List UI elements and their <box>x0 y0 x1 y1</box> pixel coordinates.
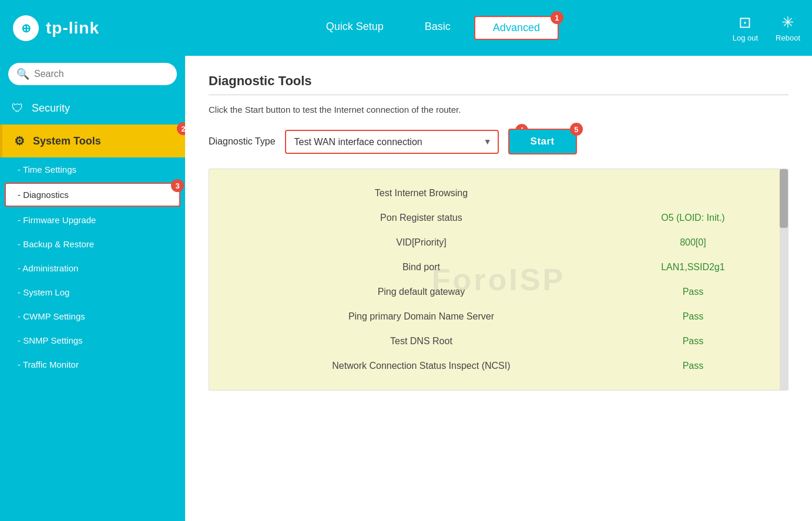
sidebar-subitem-trafficmonitor[interactable]: - Traffic Monitor <box>0 352 185 377</box>
systemtools-badge: 2 <box>177 122 185 135</box>
result-value <box>616 181 770 206</box>
page-desc: Click the Start button to test the Inter… <box>209 105 788 115</box>
result-label: Pon Register status <box>227 206 616 230</box>
logo-area: ⊕ tp-link <box>12 14 99 42</box>
result-value: Pass <box>616 280 770 304</box>
page-title: Diagnostic Tools <box>209 73 788 89</box>
result-label: Ping default gateway <box>227 280 616 304</box>
sidebar-item-security[interactable]: 🛡 Security <box>0 92 185 125</box>
result-label: Network Connection Status Inspect (NCSI) <box>227 354 616 378</box>
table-row: Test Internet Browsing <box>227 181 770 206</box>
table-row: Bind portLAN1,SSID2g1 <box>227 255 770 280</box>
sidebar-subitem-cwmpsettings[interactable]: - CWMP Settings <box>0 304 185 328</box>
result-value: Pass <box>616 329 770 354</box>
table-row: Test DNS RootPass <box>227 329 770 354</box>
table-row: Ping default gatewayPass <box>227 280 770 304</box>
search-input[interactable] <box>34 69 169 79</box>
results-area: ForoISP Test Internet BrowsingPon Regist… <box>209 169 788 391</box>
svg-text:⊕: ⊕ <box>21 22 31 35</box>
sidebar-subitem-timesettings[interactable]: - Time Settings <box>0 157 185 181</box>
nav-tab-quicksetup[interactable]: Quick Setup <box>308 16 401 40</box>
logo-text: tp-link <box>46 19 99 38</box>
nav-tab-advanced[interactable]: Advanced 1 <box>474 16 559 40</box>
result-label: Ping primary Domain Name Server <box>227 304 616 329</box>
nav-tabs: Quick Setup Basic Advanced 1 <box>135 16 733 40</box>
diagnostic-type-select[interactable]: Test WAN interface connection Test Inter… <box>286 131 498 153</box>
diagnostics-badge: 3 <box>171 179 184 192</box>
title-divider <box>209 95 788 95</box>
sidebar-item-systemtools[interactable]: ⚙ System Tools 2 <box>0 125 185 157</box>
logout-icon: ⊡ <box>739 14 751 32</box>
gear-icon: ⚙ <box>14 134 25 148</box>
start-button[interactable]: Start <box>508 129 577 154</box>
content-area: Diagnostic Tools Click the Start button … <box>185 56 812 521</box>
diagnostic-type-label: Diagnostic Type <box>209 136 276 147</box>
tplink-logo-icon: ⊕ <box>12 14 40 42</box>
start-badge: 5 <box>570 123 583 136</box>
scrollbar[interactable] <box>780 169 788 390</box>
start-button-wrap: Start 5 <box>508 129 577 154</box>
scrollbar-thumb <box>780 169 788 228</box>
result-value: Pass <box>616 304 770 329</box>
result-value: Pass <box>616 354 770 378</box>
result-value: LAN1,SSID2g1 <box>616 255 770 280</box>
sidebar-subitem-snmpsettings[interactable]: - SNMP Settings <box>0 328 185 352</box>
reboot-icon: ✳ <box>781 14 794 32</box>
search-icon: 🔍 <box>16 68 29 80</box>
result-label: Bind port <box>227 255 616 280</box>
shield-icon: 🛡 <box>12 102 24 115</box>
result-value: O5 (LOID: Init.) <box>616 206 770 230</box>
diagnostic-row: Diagnostic Type Test WAN interface conne… <box>209 129 788 154</box>
reboot-button[interactable]: ✳ Reboot <box>776 14 800 42</box>
sidebar-subitem-administration[interactable]: - Administration <box>0 256 185 280</box>
nav-tab-basic[interactable]: Basic <box>407 16 468 40</box>
result-value: 800[0] <box>616 230 770 255</box>
table-row: Network Connection Status Inspect (NCSI)… <box>227 354 770 378</box>
search-box: 🔍 <box>8 63 177 85</box>
logout-button[interactable]: ⊡ Log out <box>733 14 758 42</box>
result-label: Test DNS Root <box>227 329 616 354</box>
results-table: Test Internet BrowsingPon Register statu… <box>227 181 770 378</box>
table-row: Ping primary Domain Name ServerPass <box>227 304 770 329</box>
sidebar-subitem-diagnostics[interactable]: - Diagnostics 3 <box>5 183 180 207</box>
sidebar-subitem-backuprestore[interactable]: - Backup & Restore <box>0 232 185 256</box>
header-right: ⊡ Log out ✳ Reboot <box>733 14 800 42</box>
diagnostic-select-wrap: Test WAN interface connection Test Inter… <box>285 130 499 154</box>
header: ⊕ tp-link Quick Setup Basic Advanced 1 ⊡… <box>0 0 812 56</box>
result-label: Test Internet Browsing <box>227 181 616 206</box>
sidebar-subitem-firmwareupgrade[interactable]: - Firmware Upgrade <box>0 208 185 232</box>
main-layout: 🔍 🛡 Security ⚙ System Tools 2 - Time Set… <box>0 56 812 521</box>
sidebar: 🔍 🛡 Security ⚙ System Tools 2 - Time Set… <box>0 56 185 521</box>
table-row: VID[Priority]800[0] <box>227 230 770 255</box>
diagnostic-select-container: Test WAN interface connection Test Inter… <box>285 130 499 154</box>
sidebar-subitem-systemlog[interactable]: - System Log <box>0 280 185 304</box>
result-label: VID[Priority] <box>227 230 616 255</box>
table-row: Pon Register statusO5 (LOID: Init.) <box>227 206 770 230</box>
advanced-tab-badge: 1 <box>551 11 563 24</box>
